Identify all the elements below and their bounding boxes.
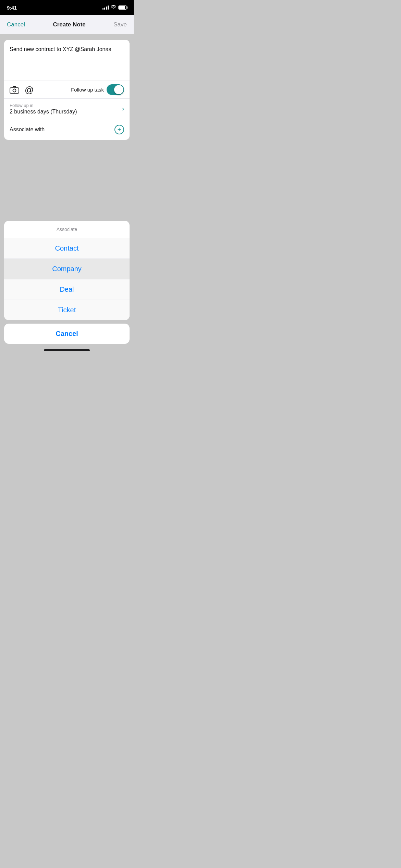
company-label: Company [52, 265, 82, 273]
svg-point-1 [13, 89, 16, 92]
status-time: 9:41 [7, 5, 17, 11]
wifi-icon [111, 5, 116, 10]
note-text-section[interactable]: Send new contract to XYZ @Sarah Jonas [4, 40, 130, 81]
follow-up-task-toggle-row: Follow up task [71, 84, 124, 95]
toggle-knob [114, 85, 123, 94]
at-icon: @ [25, 85, 34, 94]
status-icons [102, 5, 127, 10]
follow-up-hint: Follow up in [10, 103, 77, 108]
ticket-label: Ticket [58, 306, 76, 314]
status-bar: 9:41 [0, 0, 134, 15]
signal-icon [102, 5, 109, 10]
contact-label: Contact [55, 244, 79, 252]
toolbar-row: @ Follow up task [4, 81, 130, 99]
associate-action-sheet: Associate Contact Company Deal Ticket [4, 221, 130, 320]
mention-button[interactable]: @ [25, 85, 34, 94]
sheet-cancel-button[interactable]: Cancel [4, 324, 130, 344]
background-spacer [0, 145, 134, 221]
associate-contact-button[interactable]: Contact [4, 238, 130, 259]
nav-bar: Cancel Create Note Save [0, 15, 134, 34]
associate-deal-button[interactable]: Deal [4, 279, 130, 300]
sheet-header-label: Associate [57, 227, 77, 232]
deal-label: Deal [60, 286, 74, 293]
svg-rect-0 [10, 88, 19, 93]
note-text: Send new contract to XYZ @Sarah Jonas [10, 46, 111, 52]
cancel-button[interactable]: Cancel [7, 21, 25, 28]
bottom-sheet: Associate Contact Company Deal Ticket Ca… [4, 221, 130, 344]
associate-company-button[interactable]: Company [4, 259, 130, 279]
camera-button[interactable] [10, 86, 19, 94]
save-button[interactable]: Save [113, 21, 127, 28]
page-title: Create Note [53, 21, 85, 28]
chevron-right-icon: › [122, 105, 124, 112]
associate-label: Associate with [10, 126, 45, 133]
camera-icon [10, 86, 19, 94]
toolbar-icons: @ [10, 85, 65, 94]
main-card: Send new contract to XYZ @Sarah Jonas @ … [4, 40, 130, 140]
associate-ticket-button[interactable]: Ticket [4, 300, 130, 320]
home-indicator [0, 347, 134, 352]
sheet-cancel-label: Cancel [56, 330, 78, 337]
follow-up-task-label: Follow up task [71, 87, 104, 93]
follow-up-value: 2 business days (Thursday) [10, 109, 77, 115]
add-association-button[interactable]: + [114, 125, 124, 134]
home-bar [44, 349, 90, 351]
associate-with-row[interactable]: Associate with + [4, 119, 130, 140]
follow-up-task-toggle[interactable] [107, 84, 124, 95]
follow-up-row[interactable]: Follow up in 2 business days (Thursday) … [4, 99, 130, 119]
sheet-cancel-section: Cancel [4, 324, 130, 344]
battery-icon [118, 5, 127, 10]
sheet-header: Associate [4, 221, 130, 238]
